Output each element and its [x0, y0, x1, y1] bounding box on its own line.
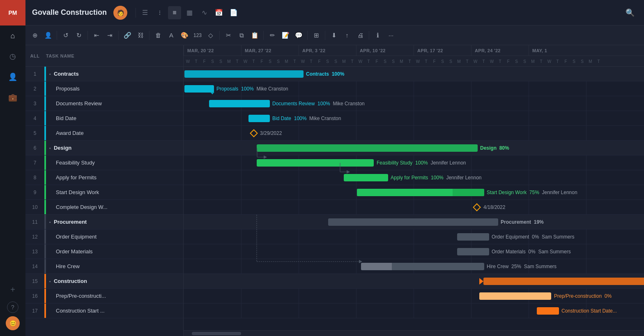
link-button[interactable]: 🔗 — [121, 29, 133, 42]
sidebar-item-work[interactable]: 💼 — [4, 89, 21, 106]
undo-button[interactable]: ↺ — [60, 29, 72, 42]
tb-sep-8 — [325, 31, 325, 40]
main-content: Govalle Construction 🧑 ☰ ⫶ ≡ ▦ ∿ 📅 📄 🔍 ⊕… — [25, 0, 644, 336]
gantt-bar-bid[interactable] — [248, 115, 270, 122]
task-num: 11 — [25, 219, 44, 225]
add-task-button[interactable]: ⊕ — [29, 29, 41, 42]
view-tab-chart[interactable]: ⫶ — [153, 6, 166, 19]
task-row[interactable]: 4 Bid Date — [25, 111, 183, 126]
view-tab-grid[interactable]: ▦ — [183, 6, 196, 19]
columns-button[interactable]: ⊞ — [310, 29, 322, 42]
task-row[interactable]: 3 Documents Review — [25, 96, 183, 111]
task-row[interactable]: 13 Order Materials — [25, 244, 183, 259]
group-toggle[interactable]: ▪ — [49, 220, 52, 225]
add-person-button[interactable]: 👤 — [42, 29, 54, 42]
indent-button[interactable]: ⇥ — [104, 29, 116, 42]
task-row[interactable]: 5 Award Date — [25, 126, 183, 141]
notes-button[interactable]: 📝 — [279, 29, 292, 42]
milestone-diamond — [473, 203, 481, 211]
day-label: T — [307, 56, 315, 67]
day-label: S — [520, 56, 529, 67]
gantt-bar-prep[interactable] — [479, 292, 551, 300]
group-toggle[interactable]: ▪ — [49, 279, 52, 284]
view-tab-wave[interactable]: ∿ — [198, 6, 211, 19]
task-row[interactable]: 7 Feasibility Study — [25, 155, 183, 170]
day-label: S — [266, 56, 274, 67]
sidebar-item-help[interactable]: ? — [7, 301, 18, 313]
tag-button[interactable]: ◇ — [205, 29, 217, 42]
gantt-bar-procurement[interactable] — [328, 218, 498, 226]
task-name: Complete Design W... — [46, 204, 183, 210]
day-label: T — [537, 56, 545, 67]
number-button[interactable]: 123 — [191, 29, 204, 42]
day-label: F — [258, 56, 266, 67]
gantt-bar-design[interactable] — [257, 144, 478, 152]
format-button[interactable]: A — [165, 29, 177, 42]
view-tab-calendar[interactable]: 📅 — [212, 6, 225, 19]
task-num: 16 — [25, 293, 44, 299]
gantt-bar-const-start[interactable] — [537, 307, 559, 315]
gantt-bar-order-mat[interactable] — [457, 248, 489, 255]
paste-button[interactable]: 📋 — [248, 29, 261, 42]
cut-button[interactable]: ✂ — [222, 29, 235, 42]
gantt-bar-construction[interactable] — [483, 278, 644, 285]
all-label[interactable]: ALL — [25, 53, 44, 58]
task-name: ▪ Design — [46, 145, 183, 151]
gantt-bar-feasibility[interactable] — [257, 159, 374, 167]
delete-button[interactable]: 🗑 — [152, 29, 164, 42]
gantt-bar-label: Design 80% — [480, 145, 509, 151]
app-logo[interactable]: PM — [0, 0, 25, 25]
gantt-row: Construction Start Date... — [184, 304, 644, 318]
task-row[interactable]: 1 ▪ Contracts — [25, 67, 183, 81]
group-toggle[interactable]: ▪ — [49, 72, 52, 76]
redo-button[interactable]: ↻ — [73, 29, 85, 42]
task-row[interactable]: 11 ▪ Procurement — [25, 215, 183, 229]
user-avatar[interactable]: 😊 — [6, 316, 20, 330]
gantt-panel: MAR, 20 '22 MAR, 27 '22 APR, 3 '22 APR, … — [184, 45, 644, 336]
gantt-bar-documents[interactable] — [209, 100, 270, 107]
task-row[interactable]: 6 ▪ Design — [25, 141, 183, 155]
outdent-button[interactable]: ⇤ — [90, 29, 103, 42]
gantt-row — [184, 274, 644, 289]
info-button[interactable]: ℹ — [372, 29, 384, 42]
share-button[interactable]: ↑ — [341, 29, 353, 42]
task-row[interactable]: 9 Start Design Work — [25, 185, 183, 200]
gantt-body[interactable]: Contracts 100% Proposals 100% Mike Crans… — [184, 67, 644, 330]
task-row[interactable]: 15 ▪ Construction — [25, 274, 183, 289]
view-tab-list[interactable]: ☰ — [138, 6, 152, 19]
view-tab-gantt[interactable]: ≡ — [168, 6, 181, 19]
gantt-bar-contracts[interactable] — [184, 70, 304, 78]
gantt-bar-permits[interactable] — [344, 174, 388, 181]
sidebar-item-home[interactable]: ⌂ — [4, 27, 21, 44]
more-button[interactable]: ··· — [385, 29, 397, 42]
print-button[interactable]: 🖨 — [354, 29, 366, 42]
task-row[interactable]: 12 Order Equipment — [25, 229, 183, 244]
gantt-bar-order-equip[interactable] — [457, 233, 489, 241]
unlink-button[interactable]: ⛓ — [134, 29, 147, 42]
task-row[interactable]: 14 Hire Crew — [25, 259, 183, 274]
sidebar-item-history[interactable]: ◷ — [4, 48, 21, 65]
gantt-milestone-label: 3/29/2022 — [260, 130, 282, 136]
gantt-scrollbar[interactable] — [184, 330, 644, 336]
task-row[interactable]: 10 Complete Design W... — [25, 200, 183, 215]
gantt-bar-hire-crew[interactable] — [361, 263, 484, 270]
task-row[interactable]: 8 Apply for Permits — [25, 170, 183, 185]
pen-button[interactable]: ✏ — [266, 29, 278, 42]
scrollbar-thumb[interactable] — [192, 332, 241, 335]
task-row[interactable]: 2 Proposals — [25, 81, 183, 96]
paint-button[interactable]: 🎨 — [178, 29, 191, 42]
group-toggle[interactable]: ▪ — [49, 146, 52, 151]
sidebar-item-people[interactable]: 👤 — [4, 68, 21, 86]
sidebar-item-add[interactable]: + — [4, 281, 21, 298]
view-tab-doc[interactable]: 📄 — [227, 6, 240, 19]
gantt-bar-design-work[interactable] — [357, 189, 484, 196]
date-label: APR, 17 '22 — [414, 45, 471, 56]
task-row[interactable]: 17 Construction Start ... — [25, 304, 183, 318]
day-label: W — [414, 56, 422, 67]
day-label: T — [553, 56, 561, 67]
search-icon[interactable]: 🔍 — [623, 6, 637, 19]
download-button[interactable]: ⬇ — [328, 29, 340, 42]
copy-button[interactable]: ⧉ — [235, 29, 248, 42]
comment-button[interactable]: 💬 — [292, 29, 305, 42]
task-row[interactable]: 16 Prep/Pre-constructi... — [25, 289, 183, 304]
